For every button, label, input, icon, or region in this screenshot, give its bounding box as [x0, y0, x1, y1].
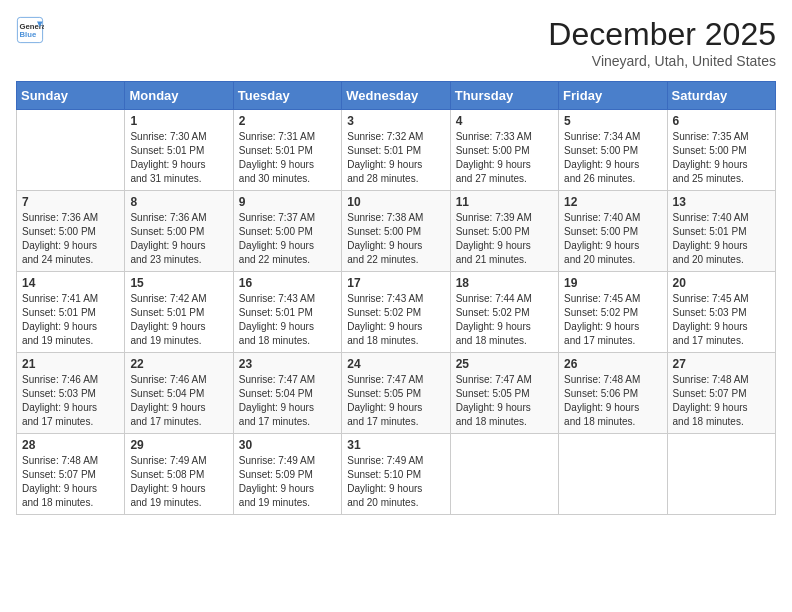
day-number: 8 — [130, 195, 227, 209]
calendar-cell: 4Sunrise: 7:33 AMSunset: 5:00 PMDaylight… — [450, 110, 558, 191]
day-number: 1 — [130, 114, 227, 128]
day-number: 12 — [564, 195, 661, 209]
day-number: 4 — [456, 114, 553, 128]
day-number: 24 — [347, 357, 444, 371]
day-number: 14 — [22, 276, 119, 290]
day-number: 2 — [239, 114, 336, 128]
day-info: Sunrise: 7:46 AMSunset: 5:03 PMDaylight:… — [22, 373, 119, 429]
calendar-cell: 31Sunrise: 7:49 AMSunset: 5:10 PMDayligh… — [342, 434, 450, 515]
day-number: 16 — [239, 276, 336, 290]
calendar-week-row: 21Sunrise: 7:46 AMSunset: 5:03 PMDayligh… — [17, 353, 776, 434]
day-number: 19 — [564, 276, 661, 290]
calendar-cell: 14Sunrise: 7:41 AMSunset: 5:01 PMDayligh… — [17, 272, 125, 353]
day-number: 22 — [130, 357, 227, 371]
day-number: 13 — [673, 195, 770, 209]
calendar-cell: 27Sunrise: 7:48 AMSunset: 5:07 PMDayligh… — [667, 353, 775, 434]
calendar-header-row: SundayMondayTuesdayWednesdayThursdayFrid… — [17, 82, 776, 110]
calendar-table: SundayMondayTuesdayWednesdayThursdayFrid… — [16, 81, 776, 515]
day-info: Sunrise: 7:41 AMSunset: 5:01 PMDaylight:… — [22, 292, 119, 348]
day-of-week-header: Friday — [559, 82, 667, 110]
day-info: Sunrise: 7:31 AMSunset: 5:01 PMDaylight:… — [239, 130, 336, 186]
day-of-week-header: Thursday — [450, 82, 558, 110]
day-info: Sunrise: 7:48 AMSunset: 5:07 PMDaylight:… — [673, 373, 770, 429]
day-info: Sunrise: 7:33 AMSunset: 5:00 PMDaylight:… — [456, 130, 553, 186]
calendar-cell: 24Sunrise: 7:47 AMSunset: 5:05 PMDayligh… — [342, 353, 450, 434]
day-number: 28 — [22, 438, 119, 452]
day-of-week-header: Tuesday — [233, 82, 341, 110]
calendar-cell: 3Sunrise: 7:32 AMSunset: 5:01 PMDaylight… — [342, 110, 450, 191]
day-number: 26 — [564, 357, 661, 371]
day-info: Sunrise: 7:39 AMSunset: 5:00 PMDaylight:… — [456, 211, 553, 267]
calendar-week-row: 28Sunrise: 7:48 AMSunset: 5:07 PMDayligh… — [17, 434, 776, 515]
day-info: Sunrise: 7:42 AMSunset: 5:01 PMDaylight:… — [130, 292, 227, 348]
month-title: December 2025 — [548, 16, 776, 53]
calendar-cell: 18Sunrise: 7:44 AMSunset: 5:02 PMDayligh… — [450, 272, 558, 353]
calendar-cell: 13Sunrise: 7:40 AMSunset: 5:01 PMDayligh… — [667, 191, 775, 272]
calendar-cell: 5Sunrise: 7:34 AMSunset: 5:00 PMDaylight… — [559, 110, 667, 191]
day-info: Sunrise: 7:35 AMSunset: 5:00 PMDaylight:… — [673, 130, 770, 186]
day-info: Sunrise: 7:38 AMSunset: 5:00 PMDaylight:… — [347, 211, 444, 267]
calendar-cell: 7Sunrise: 7:36 AMSunset: 5:00 PMDaylight… — [17, 191, 125, 272]
calendar-cell: 16Sunrise: 7:43 AMSunset: 5:01 PMDayligh… — [233, 272, 341, 353]
day-info: Sunrise: 7:36 AMSunset: 5:00 PMDaylight:… — [130, 211, 227, 267]
day-number: 18 — [456, 276, 553, 290]
calendar-cell: 25Sunrise: 7:47 AMSunset: 5:05 PMDayligh… — [450, 353, 558, 434]
calendar-cell: 19Sunrise: 7:45 AMSunset: 5:02 PMDayligh… — [559, 272, 667, 353]
day-info: Sunrise: 7:43 AMSunset: 5:02 PMDaylight:… — [347, 292, 444, 348]
day-info: Sunrise: 7:49 AMSunset: 5:10 PMDaylight:… — [347, 454, 444, 510]
day-info: Sunrise: 7:37 AMSunset: 5:00 PMDaylight:… — [239, 211, 336, 267]
calendar-cell: 17Sunrise: 7:43 AMSunset: 5:02 PMDayligh… — [342, 272, 450, 353]
calendar-cell: 9Sunrise: 7:37 AMSunset: 5:00 PMDaylight… — [233, 191, 341, 272]
day-info: Sunrise: 7:45 AMSunset: 5:02 PMDaylight:… — [564, 292, 661, 348]
day-info: Sunrise: 7:34 AMSunset: 5:00 PMDaylight:… — [564, 130, 661, 186]
day-number: 6 — [673, 114, 770, 128]
calendar-cell — [17, 110, 125, 191]
logo-icon: General Blue — [16, 16, 44, 44]
calendar-cell: 30Sunrise: 7:49 AMSunset: 5:09 PMDayligh… — [233, 434, 341, 515]
day-of-week-header: Sunday — [17, 82, 125, 110]
calendar-cell: 11Sunrise: 7:39 AMSunset: 5:00 PMDayligh… — [450, 191, 558, 272]
day-info: Sunrise: 7:49 AMSunset: 5:09 PMDaylight:… — [239, 454, 336, 510]
day-of-week-header: Monday — [125, 82, 233, 110]
calendar-cell: 28Sunrise: 7:48 AMSunset: 5:07 PMDayligh… — [17, 434, 125, 515]
day-number: 15 — [130, 276, 227, 290]
day-info: Sunrise: 7:36 AMSunset: 5:00 PMDaylight:… — [22, 211, 119, 267]
day-info: Sunrise: 7:47 AMSunset: 5:05 PMDaylight:… — [456, 373, 553, 429]
calendar-cell: 22Sunrise: 7:46 AMSunset: 5:04 PMDayligh… — [125, 353, 233, 434]
calendar-cell: 21Sunrise: 7:46 AMSunset: 5:03 PMDayligh… — [17, 353, 125, 434]
day-number: 29 — [130, 438, 227, 452]
day-info: Sunrise: 7:40 AMSunset: 5:00 PMDaylight:… — [564, 211, 661, 267]
calendar-cell: 2Sunrise: 7:31 AMSunset: 5:01 PMDaylight… — [233, 110, 341, 191]
calendar-cell: 20Sunrise: 7:45 AMSunset: 5:03 PMDayligh… — [667, 272, 775, 353]
calendar-cell: 1Sunrise: 7:30 AMSunset: 5:01 PMDaylight… — [125, 110, 233, 191]
day-info: Sunrise: 7:47 AMSunset: 5:05 PMDaylight:… — [347, 373, 444, 429]
day-of-week-header: Saturday — [667, 82, 775, 110]
day-info: Sunrise: 7:46 AMSunset: 5:04 PMDaylight:… — [130, 373, 227, 429]
day-number: 10 — [347, 195, 444, 209]
calendar-cell: 10Sunrise: 7:38 AMSunset: 5:00 PMDayligh… — [342, 191, 450, 272]
calendar-cell: 26Sunrise: 7:48 AMSunset: 5:06 PMDayligh… — [559, 353, 667, 434]
svg-text:Blue: Blue — [20, 30, 37, 39]
day-number: 27 — [673, 357, 770, 371]
day-info: Sunrise: 7:47 AMSunset: 5:04 PMDaylight:… — [239, 373, 336, 429]
header: General Blue December 2025 Vineyard, Uta… — [16, 16, 776, 69]
calendar-cell: 8Sunrise: 7:36 AMSunset: 5:00 PMDaylight… — [125, 191, 233, 272]
day-info: Sunrise: 7:43 AMSunset: 5:01 PMDaylight:… — [239, 292, 336, 348]
day-number: 20 — [673, 276, 770, 290]
day-info: Sunrise: 7:44 AMSunset: 5:02 PMDaylight:… — [456, 292, 553, 348]
calendar-cell: 12Sunrise: 7:40 AMSunset: 5:00 PMDayligh… — [559, 191, 667, 272]
calendar-cell — [450, 434, 558, 515]
day-info: Sunrise: 7:48 AMSunset: 5:07 PMDaylight:… — [22, 454, 119, 510]
location-title: Vineyard, Utah, United States — [548, 53, 776, 69]
day-number: 7 — [22, 195, 119, 209]
calendar-body: 1Sunrise: 7:30 AMSunset: 5:01 PMDaylight… — [17, 110, 776, 515]
day-info: Sunrise: 7:45 AMSunset: 5:03 PMDaylight:… — [673, 292, 770, 348]
logo: General Blue — [16, 16, 44, 44]
day-number: 3 — [347, 114, 444, 128]
calendar-cell: 15Sunrise: 7:42 AMSunset: 5:01 PMDayligh… — [125, 272, 233, 353]
day-number: 9 — [239, 195, 336, 209]
day-number: 11 — [456, 195, 553, 209]
day-number: 21 — [22, 357, 119, 371]
day-info: Sunrise: 7:32 AMSunset: 5:01 PMDaylight:… — [347, 130, 444, 186]
day-number: 17 — [347, 276, 444, 290]
